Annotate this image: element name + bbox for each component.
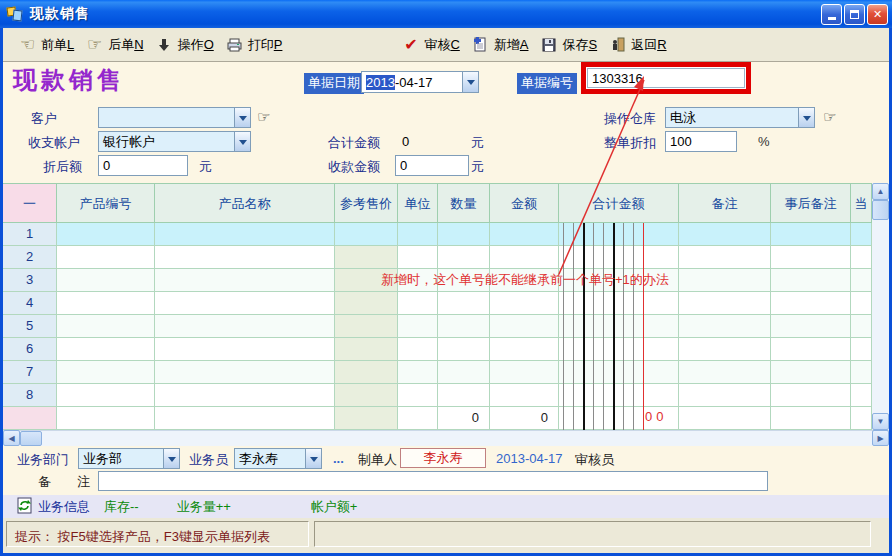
chevron-down-icon[interactable] [462, 72, 478, 92]
table-cell[interactable] [155, 361, 335, 384]
table-cell[interactable] [155, 315, 335, 338]
table-cell[interactable] [679, 223, 771, 246]
table-cell[interactable] [155, 292, 335, 315]
table-cell[interactable] [771, 246, 851, 269]
discount-input[interactable] [665, 131, 737, 152]
table-cell[interactable] [490, 246, 559, 269]
table-cell[interactable] [679, 246, 771, 269]
doc-date-picker[interactable]: 2013-04-17 [361, 71, 479, 93]
table-cell[interactable] [57, 269, 155, 292]
chevron-down-icon[interactable] [234, 108, 250, 127]
after-discount-input[interactable] [98, 155, 188, 176]
business-info-title[interactable]: 业务信息 [38, 498, 90, 516]
table-cell[interactable] [490, 223, 559, 246]
table-cell[interactable] [398, 223, 438, 246]
row-number-cell[interactable]: 2 [3, 246, 57, 269]
scroll-right-icon[interactable]: ▶ [872, 430, 889, 446]
table-cell[interactable] [851, 292, 872, 315]
table-cell[interactable] [559, 315, 679, 338]
table-cell[interactable] [559, 361, 679, 384]
customer-select[interactable] [98, 107, 251, 128]
table-cell[interactable] [57, 315, 155, 338]
return-button[interactable]: 返回R [603, 33, 672, 57]
hscroll-thumb[interactable] [20, 431, 42, 446]
table-cell[interactable] [335, 384, 398, 407]
table-cell[interactable] [559, 292, 679, 315]
doc-number-input[interactable] [587, 68, 745, 88]
minimize-button[interactable] [821, 4, 842, 25]
table-cell[interactable] [851, 246, 872, 269]
audit-button[interactable]: ✔ 审核C [396, 33, 465, 57]
table-cell[interactable] [398, 338, 438, 361]
table-cell[interactable] [771, 384, 851, 407]
table-cell[interactable] [335, 223, 398, 246]
table-cell[interactable] [57, 338, 155, 361]
new-button[interactable]: 新增A [466, 33, 535, 57]
vscroll-thumb[interactable] [872, 200, 889, 220]
table-cell[interactable] [679, 361, 771, 384]
table-cell[interactable] [335, 315, 398, 338]
table-cell[interactable] [398, 315, 438, 338]
table-cell[interactable] [490, 338, 559, 361]
table-cell[interactable] [851, 338, 872, 361]
table-horizontal-scrollbar[interactable]: ◀ ▶ [3, 430, 889, 446]
table-cell[interactable] [679, 269, 771, 292]
chevron-down-icon[interactable] [798, 108, 814, 127]
table-cell[interactable] [57, 223, 155, 246]
more-button[interactable]: ... [333, 451, 344, 466]
chevron-down-icon[interactable] [163, 449, 179, 468]
received-input[interactable] [395, 155, 469, 176]
clerk-select[interactable]: 李永寿 [234, 448, 322, 469]
table-cell[interactable] [679, 292, 771, 315]
table-cell[interactable] [438, 338, 490, 361]
row-number-cell[interactable]: 7 [3, 361, 57, 384]
table-cell[interactable] [155, 246, 335, 269]
table-cell[interactable] [771, 315, 851, 338]
table-cell[interactable] [398, 246, 438, 269]
table-cell[interactable] [559, 384, 679, 407]
table-cell[interactable] [57, 361, 155, 384]
scroll-left-icon[interactable]: ◀ [3, 430, 20, 446]
account-select[interactable]: 银行帐户 [98, 131, 251, 152]
table-cell[interactable] [155, 223, 335, 246]
warehouse-picker-hand-icon[interactable]: ☞ [823, 108, 836, 126]
row-number-cell[interactable]: 5 [3, 315, 57, 338]
table-cell[interactable] [155, 338, 335, 361]
table-cell[interactable] [771, 269, 851, 292]
table-cell[interactable] [438, 292, 490, 315]
table-cell[interactable] [398, 361, 438, 384]
chevron-down-icon[interactable] [234, 132, 250, 151]
table-cell[interactable] [559, 223, 679, 246]
table-cell[interactable] [335, 246, 398, 269]
table-cell[interactable] [155, 269, 335, 292]
row-number-cell[interactable]: 3 [3, 269, 57, 292]
table-cell[interactable] [771, 223, 851, 246]
table-cell[interactable] [490, 315, 559, 338]
table-cell[interactable] [398, 292, 438, 315]
scroll-down-icon[interactable]: ▼ [872, 413, 889, 430]
table-cell[interactable] [335, 292, 398, 315]
row-number-cell[interactable]: 4 [3, 292, 57, 315]
table-cell[interactable] [679, 315, 771, 338]
table-cell[interactable] [438, 246, 490, 269]
table-cell[interactable] [438, 315, 490, 338]
table-cell[interactable] [438, 223, 490, 246]
operate-button[interactable]: 操作O [150, 33, 220, 57]
table-cell[interactable] [335, 361, 398, 384]
note-input[interactable] [98, 471, 768, 491]
table-cell[interactable] [679, 338, 771, 361]
save-button[interactable]: 保存S [534, 33, 603, 57]
table-cell[interactable] [57, 246, 155, 269]
row-number-cell[interactable]: 1 [3, 223, 57, 246]
table-cell[interactable] [57, 292, 155, 315]
table-cell[interactable] [335, 338, 398, 361]
table-cell[interactable] [490, 292, 559, 315]
table-cell[interactable] [851, 384, 872, 407]
table-cell[interactable] [490, 384, 559, 407]
warehouse-select[interactable]: 电泳 [665, 107, 815, 128]
table-cell[interactable] [559, 338, 679, 361]
row-number-cell[interactable]: 6 [3, 338, 57, 361]
close-button[interactable]: ✕ [867, 4, 888, 25]
scroll-up-icon[interactable]: ▲ [872, 183, 889, 200]
table-cell[interactable] [851, 269, 872, 292]
